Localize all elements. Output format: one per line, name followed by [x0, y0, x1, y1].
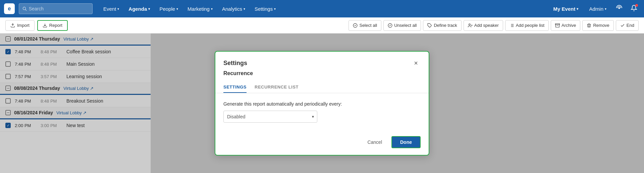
modal-subtitle: Recurrence [215, 70, 429, 82]
list-icon [509, 23, 514, 28]
archive-icon [555, 23, 560, 28]
broadcast-icon [616, 5, 623, 11]
user-plus-icon [468, 23, 473, 28]
modal-header: Settings × [215, 52, 429, 70]
modal-body: Generate this report automatically and p… [215, 93, 429, 131]
trash-icon [587, 23, 591, 28]
search-input[interactable] [29, 6, 89, 11]
my-event-button[interactable]: My Event ▾ [549, 4, 583, 14]
check-circle-icon [353, 23, 358, 28]
toolbar: Import Report Select all Unselect all [0, 17, 644, 34]
tag-icon [427, 23, 432, 28]
tab-settings[interactable]: SETTINGS [223, 82, 247, 93]
add-speaker-button[interactable]: Add speaker [464, 20, 503, 31]
chevron-down-icon: ▾ [274, 7, 276, 11]
admin-button[interactable]: Admin ▾ [585, 4, 610, 14]
tab-recurrence-list[interactable]: RECURRENCE LIST [255, 82, 299, 93]
svg-line-7 [389, 25, 391, 26]
search-box[interactable] [19, 3, 93, 14]
svg-line-1 [25, 9, 26, 10]
settings-modal: Settings × Recurrence SETTINGS RECURRENC… [215, 51, 429, 156]
main-content: − 08/01/2024 Thursday Virtual Lobby ↗ ✓ … [0, 34, 644, 173]
cancel-button[interactable]: Cancel [362, 136, 387, 148]
search-icon [22, 6, 27, 11]
download-icon [43, 23, 47, 28]
modal-close-button[interactable]: × [411, 58, 421, 68]
notification-dot [635, 4, 638, 7]
report-button[interactable]: Report [37, 20, 68, 31]
nav-item-analytics[interactable]: Analytics ▾ [218, 4, 249, 14]
end-button[interactable]: End [616, 20, 639, 31]
chevron-down-icon: ▾ [605, 7, 606, 11]
archive-button[interactable]: Archive [551, 20, 580, 31]
select-all-button[interactable]: Select all [348, 20, 381, 31]
svg-rect-18 [555, 23, 560, 24]
svg-point-9 [469, 23, 470, 25]
check-icon [620, 23, 625, 28]
nav-item-marketing[interactable]: Marketing ▾ [183, 4, 217, 14]
nav-item-people[interactable]: People ▾ [155, 4, 182, 14]
modal-title: Settings [223, 60, 247, 67]
broadcast-icon-button[interactable] [613, 3, 625, 14]
chevron-down-icon: ▾ [211, 7, 213, 11]
done-button[interactable]: Done [391, 136, 421, 148]
chevron-down-icon: ▾ [577, 7, 578, 11]
recurrence-select[interactable]: Disabled Daily Weekly Monthly [223, 111, 317, 123]
circle-icon [388, 23, 392, 28]
upload-icon [10, 23, 15, 28]
nav-item-event[interactable]: Event ▾ [99, 4, 123, 14]
add-people-list-button[interactable]: Add people list [505, 20, 549, 31]
modal-tabs: SETTINGS RECURRENCE LIST [215, 82, 429, 93]
nav-item-settings[interactable]: Settings ▾ [251, 4, 280, 14]
recurrence-select-wrapper: Disabled Daily Weekly Monthly ▾ [223, 111, 317, 123]
unselect-all-button[interactable]: Unselect all [383, 20, 421, 31]
top-navigation: e Event ▾ Agenda ▾ People ▾ Marketing ▾ … [0, 0, 644, 17]
define-track-button[interactable]: Define track [423, 20, 461, 31]
svg-point-2 [619, 7, 620, 8]
import-button[interactable]: Import [5, 20, 35, 31]
modal-description: Generate this report automatically and p… [223, 101, 421, 107]
chevron-down-icon: ▾ [244, 7, 245, 11]
nav-item-agenda[interactable]: Agenda ▾ [124, 4, 154, 14]
modal-footer: Cancel Done [215, 131, 429, 155]
chevron-down-icon: ▾ [148, 7, 150, 11]
chevron-down-icon: ▾ [176, 7, 178, 11]
chevron-down-icon: ▾ [117, 7, 119, 11]
modal-overlay: Settings × Recurrence SETTINGS RECURRENC… [0, 34, 644, 173]
remove-button[interactable]: Remove [582, 20, 613, 31]
logo[interactable]: e [4, 3, 15, 14]
notification-bell-button[interactable] [628, 3, 640, 14]
